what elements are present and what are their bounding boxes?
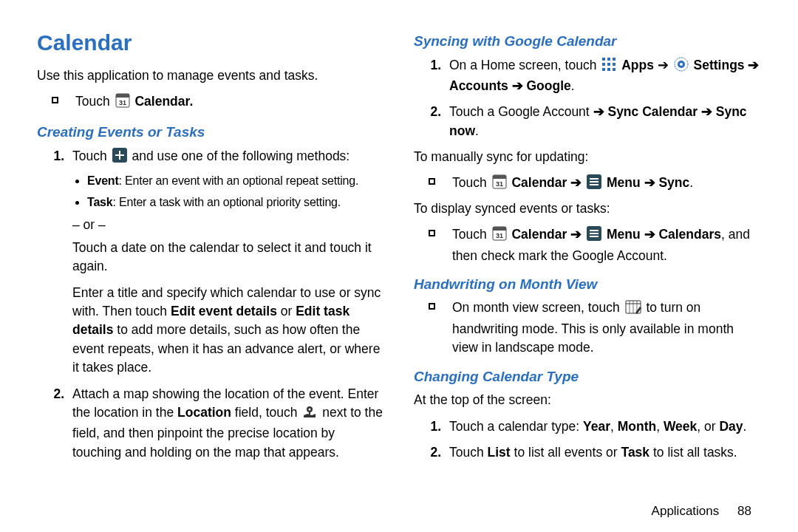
svg-rect-17 — [613, 68, 615, 71]
svg-rect-12 — [602, 63, 605, 66]
menu-icon — [587, 174, 601, 194]
svg-rect-16 — [607, 68, 610, 71]
svg-rect-32 — [590, 230, 598, 231]
svg-rect-27 — [590, 184, 598, 185]
handwriting-calendar-icon — [625, 299, 641, 319]
heading-changing: Changing Calendar Type — [414, 366, 761, 387]
calendar-31-icon: 31 — [492, 174, 507, 194]
sync-step-2: Touch a Google Account ➔ Sync Calendar ➔… — [445, 103, 761, 140]
creating-detail-para: Enter a title and specify which calendar… — [72, 284, 384, 378]
sync-display-line: Touch 31 Calendar ➔ Menu ➔ Calendars, an… — [445, 225, 761, 265]
heading-creating: Creating Events or Tasks — [37, 122, 384, 143]
right-column: Syncing with Google Calendar On a Home s… — [414, 22, 761, 469]
footer-page-number: 88 — [737, 504, 760, 519]
intro-text: Use this application to manage events an… — [37, 66, 384, 85]
changing-step-1: Touch a calendar type: Year, Month, Week… — [445, 417, 761, 436]
creating-task-bullet: Task: Enter a task with an optional prio… — [87, 194, 384, 211]
svg-point-7 — [309, 408, 311, 410]
creating-event-bullet: Event: Enter an event with an optional r… — [87, 172, 384, 189]
page-footer: Applications 88 — [652, 504, 760, 519]
svg-rect-22 — [493, 175, 506, 179]
calendar-31-icon: 31 — [115, 93, 130, 113]
touch-calendar-line: Touch 31 Calendar. — [68, 92, 384, 113]
creating-step-1: Touch and use one of the following metho… — [68, 147, 384, 378]
svg-text:31: 31 — [119, 99, 126, 106]
svg-rect-9 — [602, 58, 605, 61]
svg-rect-25 — [590, 178, 598, 180]
svg-text:31: 31 — [496, 232, 503, 239]
svg-rect-10 — [607, 58, 610, 61]
svg-text:31: 31 — [496, 180, 503, 188]
changing-step-2: Touch List to list all events or Task to… — [445, 443, 761, 462]
settings-gear-icon — [674, 57, 689, 77]
or-separator: – or – — [72, 216, 384, 234]
changing-intro: At the top of the screen: — [414, 391, 761, 409]
svg-rect-33 — [590, 233, 598, 234]
sync-manual-intro: To manually sync for updating: — [414, 148, 761, 166]
svg-rect-29 — [493, 227, 506, 231]
add-square-icon — [112, 148, 127, 168]
svg-point-20 — [680, 63, 683, 66]
sync-step-1: On a Home screen, touch Apps ➔ Settings … — [445, 56, 761, 96]
sync-display-intro: To display synced events or tasks: — [414, 200, 761, 218]
calendar-31-icon: 31 — [492, 226, 507, 246]
creating-or-para: Touch a date on the calendar to select i… — [72, 239, 384, 276]
svg-rect-15 — [602, 68, 605, 71]
apps-grid-icon — [601, 57, 616, 77]
handwriting-line: On month view screen, touch to turn on h… — [445, 299, 761, 357]
svg-rect-26 — [590, 181, 598, 183]
svg-rect-11 — [613, 58, 615, 61]
map-pin-icon — [302, 404, 317, 424]
heading-handwriting: Handwriting on Month View — [414, 274, 761, 295]
footer-section-label: Applications — [652, 504, 720, 518]
left-column: Calendar Use this application to manage … — [37, 22, 384, 469]
creating-step-2: Attach a map showing the location of the… — [68, 385, 384, 463]
svg-rect-1 — [116, 94, 129, 98]
svg-rect-14 — [613, 63, 615, 66]
sync-manual-line: Touch 31 Calendar ➔ Menu ➔ Sync. — [445, 174, 761, 194]
svg-rect-5 — [115, 154, 124, 156]
svg-rect-13 — [607, 63, 610, 66]
menu-icon — [587, 226, 601, 246]
page-title: Calendar — [37, 27, 384, 59]
svg-rect-34 — [590, 236, 598, 237]
heading-syncing: Syncing with Google Calendar — [414, 31, 761, 52]
